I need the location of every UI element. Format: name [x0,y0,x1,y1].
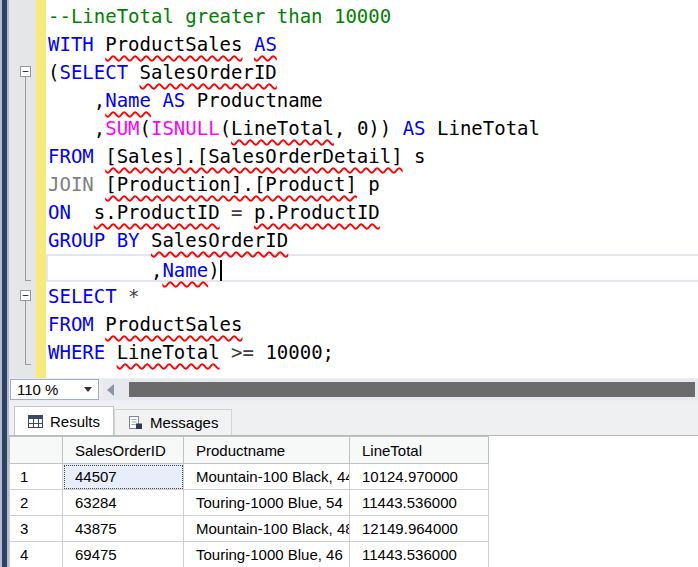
code-token: , [48,89,105,111]
code-token: SELECT [59,61,139,83]
code-token: ( [48,61,59,83]
row-number-cell[interactable]: 1 [10,464,63,490]
tab-results[interactable]: Results [14,406,114,435]
code-token: s [403,145,426,167]
code-token: FROM [48,145,105,167]
code-token: >= [231,341,254,363]
table-row: 343875Mountain-100 Black, 4812149.964000 [10,516,489,542]
column-header-linetotal[interactable]: LineTotal [350,437,489,464]
code-line[interactable]: GROUP BY SalesOrderID [46,226,698,254]
row-number-cell[interactable]: 2 [10,490,63,516]
code-token: SELECT [48,285,128,307]
editor-bottom-strip: 110 % [9,378,698,401]
query-document: −− --LineTotal greater than 10000WITH Pr… [9,0,698,567]
table-row: 144507Mountain-100 Black, 4410124.970000 [10,464,489,490]
tab-label: Messages [150,414,218,431]
row-number-cell[interactable]: 4 [10,542,63,567]
code-token: ( [140,117,151,139]
code-line[interactable]: JOIN [Production].[Product] p [46,170,698,198]
sql-editor[interactable]: −− --LineTotal greater than 10000WITH Pr… [9,0,698,378]
grid-cell[interactable]: 43875 [63,516,184,542]
code-token: SUM [105,117,139,139]
code-line[interactable]: --LineTotal greater than 10000 [46,2,698,30]
code-token: WHERE [48,341,117,363]
code-token-squiggle: ProductSales [105,313,242,335]
grid-cell[interactable]: Mountain-100 Black, 48 [184,516,350,542]
code-token: AS [162,89,196,111]
code-token: = [220,201,254,223]
code-token-squiggle: [Production].[Product] [105,173,357,195]
ssms-window: −− --LineTotal greater than 10000WITH Pr… [0,0,698,567]
grid-cell[interactable]: 63284 [63,490,184,516]
grid-cell[interactable]: 12149.964000 [350,516,489,542]
code-token: , [48,259,162,281]
grid-cell[interactable]: 11443.536000 [350,490,489,516]
code-line-current[interactable]: ,Name) [46,254,698,282]
zoom-level-value: 110 % [17,381,58,398]
code-token: FROM [48,313,105,335]
code-token: --LineTotal greater than 10000 [48,5,391,27]
code-token-squiggle: p.ProductID [254,201,380,223]
results-grid-pane: SalesOrderIDProductnameLineTotal144507Mo… [9,435,698,567]
code-token-squiggle: SalesOrderID [140,61,277,83]
code-token-squiggle: ProductSales [105,33,242,55]
code-token: JOIN [48,173,105,195]
grid-cell[interactable]: Touring-1000 Blue, 54 [184,490,350,516]
code-token-squiggle: LineTotal [231,117,334,139]
code-token [220,341,231,363]
code-line[interactable]: WHERE LineTotal >= 10000; [46,338,698,366]
column-header-productname[interactable]: Productname [184,437,350,464]
grid-cell[interactable]: 69475 [63,542,184,567]
code-token: * [128,285,139,307]
collapse-region-icon[interactable]: − [20,66,31,77]
code-token: ON [48,201,94,223]
collapse-region-icon[interactable]: − [20,290,31,301]
fold-region-line [25,77,26,280]
table-row: 263284Touring-1000 Blue, 5411443.536000 [10,490,489,516]
code-token: LineTotal [437,117,540,139]
code-token-squiggle: Name [162,259,208,281]
table-row: 469475Touring-1000 Blue, 4611443.536000 [10,542,489,567]
column-header-salesorderid[interactable]: SalesOrderID [63,437,184,464]
code-token: ) [208,259,219,281]
code-token: , [48,117,105,139]
code-token: , 0)) [334,117,403,139]
code-area[interactable]: --LineTotal greater than 10000WITH Produ… [46,0,698,378]
row-number-cell[interactable]: 3 [10,516,63,542]
window-edge-bar [0,0,9,567]
editor-outlining-margin[interactable]: −− [9,0,36,378]
grid-cell[interactable]: Touring-1000 Blue, 46 [184,542,350,567]
code-line[interactable]: WITH ProductSales AS [46,30,698,58]
fold-region-end-tick [25,364,31,365]
code-token-squiggle: LineTotal [117,341,220,363]
tab-messages[interactable]: Messages [114,409,232,435]
scroll-left-arrow-icon[interactable] [107,384,114,396]
code-line[interactable]: (SELECT SalesOrderID [46,58,698,86]
code-token: ISNULL [151,117,220,139]
code-line[interactable]: FROM ProductSales [46,310,698,338]
code-line[interactable]: ,Name AS Productname [46,86,698,114]
code-token: p [357,173,380,195]
track-changes-bar [36,0,46,378]
code-token: Productname [197,89,323,111]
grid-cell[interactable]: Mountain-100 Black, 44 [184,464,350,490]
code-line[interactable]: ON s.ProductID = p.ProductID [46,198,698,226]
horizontal-scrollbar-thumb[interactable] [129,382,695,397]
code-line[interactable]: FROM [Sales].[SalesOrderDetail] s [46,142,698,170]
tab-label: Results [50,413,100,430]
code-line[interactable]: SELECT * [46,282,698,310]
horizontal-scrollbar[interactable] [103,379,698,400]
chevron-down-icon [84,387,92,392]
code-token: AS [403,117,437,139]
code-token: GROUP BY [48,229,151,251]
results-grid[interactable]: SalesOrderIDProductnameLineTotal144507Mo… [9,436,489,567]
code-line[interactable]: ,SUM(ISNULL(LineTotal, 0)) AS LineTotal [46,114,698,142]
code-token-squiggle: s.ProductID [94,201,220,223]
grid-cell[interactable]: 44507 [63,464,184,490]
code-token [242,33,253,55]
grid-corner-header[interactable] [10,437,63,464]
code-token: 10000; [254,341,334,363]
grid-cell[interactable]: 10124.970000 [350,464,489,490]
grid-cell[interactable]: 11443.536000 [350,542,489,567]
editor-zoom-dropdown[interactable]: 110 % [10,379,99,400]
